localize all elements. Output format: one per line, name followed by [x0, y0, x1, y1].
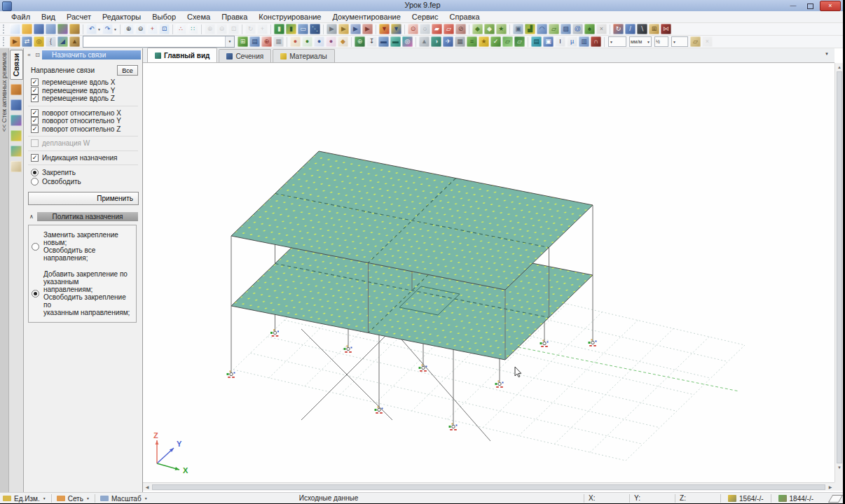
tb-plate-2-icon[interactable]: ▱ — [514, 36, 525, 47]
tb-select-node-icon[interactable]: ⊙ — [408, 24, 418, 34]
tb-diagram-bars-icon[interactable]: ▮ — [274, 24, 284, 34]
tb-object-plane-icon[interactable]: ▱ — [549, 24, 559, 34]
tb-object-diagram-icon[interactable]: ▟ — [525, 24, 535, 34]
tb-globe-icon[interactable]: ⊕ — [355, 36, 365, 47]
tb-save-image-icon[interactable] — [46, 24, 56, 34]
menu-item-2[interactable]: Вид — [36, 12, 61, 22]
tb-terrain-tool-icon[interactable]: ▲ — [69, 36, 80, 47]
tb-mode-c-icon[interactable]: ★ — [496, 24, 507, 34]
vertical-scroll-thumb[interactable] — [837, 71, 842, 463]
combo-dropdown-icon[interactable]: ▼ — [225, 36, 234, 47]
tb-pan-view-icon[interactable]: + — [257, 24, 268, 34]
fix-option-radio[interactable] — [31, 169, 39, 176]
tabbar-menu-icon[interactable]: ▼ — [825, 52, 829, 56]
tb-layer-box[interactable]: ▼ — [671, 36, 688, 47]
tb-pen-red-icon[interactable]: ▶ — [362, 24, 373, 34]
restore-button[interactable] — [803, 1, 817, 10]
rotation-x[interactable]: ✓поворот относительно X — [31, 109, 138, 118]
tb-stairs-icon[interactable]: ≡ — [467, 36, 477, 47]
menu-item-11[interactable]: Справка — [444, 12, 486, 22]
dock-panel-button[interactable]: ⊡ — [34, 52, 41, 58]
tb-delete-icon[interactable]: × — [596, 24, 607, 34]
menu-item-3[interactable]: Расчет — [61, 12, 97, 22]
toolbar-combobox[interactable]: ▼ — [83, 36, 235, 48]
tab-constraints[interactable]: Связи — [10, 50, 23, 80]
tb-filter-icon[interactable]: ▼ — [391, 24, 401, 34]
tb-undo-dropdown[interactable]: ▼ — [97, 27, 101, 31]
translation-z[interactable]: ✓перемещение вдоль Z — [31, 94, 138, 103]
vertical-scrollbar[interactable]: ▲ ▼ — [834, 63, 843, 482]
menu-item-6[interactable]: Схема — [181, 12, 216, 22]
tb-wizard-window-icon[interactable]: ⊞ — [649, 24, 659, 34]
tb-diagram-bars-alt-icon[interactable]: ▮ — [286, 24, 296, 34]
tb-import-icon[interactable] — [57, 24, 68, 34]
tb-cone-icon[interactable]: ▲ — [419, 36, 430, 47]
mode-mesh-icon[interactable] — [11, 146, 22, 157]
close-button[interactable]: × — [820, 1, 841, 11]
tb-compass-icon[interactable]: ◑ — [431, 36, 441, 47]
tb-i-section-icon[interactable]: I — [555, 36, 565, 47]
menu-item-5[interactable]: Выбор — [146, 12, 181, 22]
translation-y[interactable]: ✓перемещение вдоль Y — [31, 87, 138, 95]
tb-object-layers-icon[interactable]: ▨ — [561, 24, 571, 34]
tb-node-edit-1-icon[interactable]: ● — [290, 36, 301, 47]
tb-show-nodes-icon[interactable]: ∴ — [176, 24, 186, 34]
tb-save-icon[interactable] — [34, 24, 44, 34]
tb-zoom-next-icon[interactable]: ⊖ — [217, 24, 227, 34]
mode-plates-icon[interactable] — [11, 130, 22, 141]
menu-item-10[interactable]: Сервис — [406, 12, 444, 22]
rotation-z-checkbox[interactable]: ✓ — [31, 125, 39, 133]
tb-mode-a-icon[interactable]: ◆ — [472, 24, 483, 34]
tb-select-free-icon[interactable]: ◌ — [420, 24, 430, 34]
tb-object-dome-icon[interactable]: ◠ — [537, 24, 547, 34]
toolbar-grip[interactable] — [3, 24, 6, 34]
tb-jet-icon[interactable]: ✈ — [443, 36, 453, 47]
model-viewport[interactable]: ZYX — [143, 63, 834, 482]
tb-units[interactable]: мм/м▼ — [629, 36, 652, 47]
collapse-policy-icon[interactable]: ∧ — [28, 215, 35, 219]
minimize-button[interactable]: — — [786, 1, 800, 10]
tb-zoom-in-icon[interactable]: ⊕ — [123, 24, 134, 34]
free-option[interactable]: Освободить — [31, 177, 138, 186]
tb-assign-flag-icon[interactable]: ▼ — [379, 24, 390, 34]
tb-redo-dropdown[interactable]: ▼ — [114, 27, 117, 31]
tb-move-mode-icon[interactable]: ⇄ — [22, 36, 32, 47]
tb-node-edit-4-icon[interactable]: ● — [326, 36, 336, 47]
mode-doc-icon[interactable] — [11, 161, 22, 172]
tb-sort-icon[interactable]: ↧ — [366, 36, 377, 47]
tb-pan-icon[interactable]: + — [147, 24, 158, 34]
tb-star-icon[interactable]: ★ — [479, 36, 489, 47]
status-1-dropdown[interactable]: Ед.Изм.▼ — [3, 495, 46, 503]
status-2-dropdown[interactable]: Сеть▼ — [57, 495, 90, 503]
tb-teal-pen-icon[interactable]: ▬ — [390, 36, 401, 47]
menu-item-8[interactable]: Конструирование — [253, 12, 327, 22]
scroll-left-icon[interactable]: ◀ — [143, 483, 151, 491]
tb-apply-check-icon[interactable]: ✓ — [490, 36, 501, 47]
translation-y-checkbox[interactable]: ✓ — [31, 87, 39, 94]
mode-loads-icon[interactable] — [11, 99, 22, 111]
status-3-dropdown[interactable]: Масштаб▼ — [100, 495, 148, 503]
scroll-right-icon[interactable]: ▶ — [826, 483, 834, 491]
free-option-radio[interactable] — [31, 178, 39, 186]
tb-zoom-fit-icon[interactable]: ⊡ — [228, 24, 239, 34]
tb-cyan-table-icon[interactable]: ▤ — [531, 36, 542, 47]
menu-item-9[interactable]: Документирование — [327, 12, 406, 22]
tb-scale-frac[interactable]: ½ — [654, 36, 668, 47]
warping[interactable]: депланация W — [31, 139, 138, 148]
rotation-z[interactable]: ✓поворот относительно Z — [31, 125, 138, 134]
tb-dots-table-icon[interactable]: ▦ — [455, 36, 465, 47]
warping-checkbox[interactable] — [31, 139, 39, 147]
tb-grid-add-icon[interactable]: ⊞ — [238, 36, 248, 47]
menu-item-4[interactable]: Редакторы — [97, 12, 146, 22]
tb-mask-icon[interactable]: ∩ — [591, 36, 601, 47]
tb-display-style[interactable]: ▼ — [608, 36, 626, 47]
tb-select-frame-icon[interactable]: ▱ — [444, 24, 454, 34]
menu-item-7[interactable]: Правка — [216, 12, 253, 22]
toolbar-grip[interactable] — [3, 37, 6, 46]
tb-wizard-hand-icon[interactable]: / — [625, 24, 636, 34]
select-all-button[interactable]: Все — [117, 65, 138, 76]
tb-rotate-view-icon[interactable]: ↻ — [245, 24, 256, 34]
tb-plane-display-icon[interactable]: ▱ — [690, 36, 701, 47]
view-tab-1[interactable]: Главный вид — [147, 48, 217, 62]
horizontal-scrollbar[interactable]: ◀ ▶ — [143, 482, 834, 491]
